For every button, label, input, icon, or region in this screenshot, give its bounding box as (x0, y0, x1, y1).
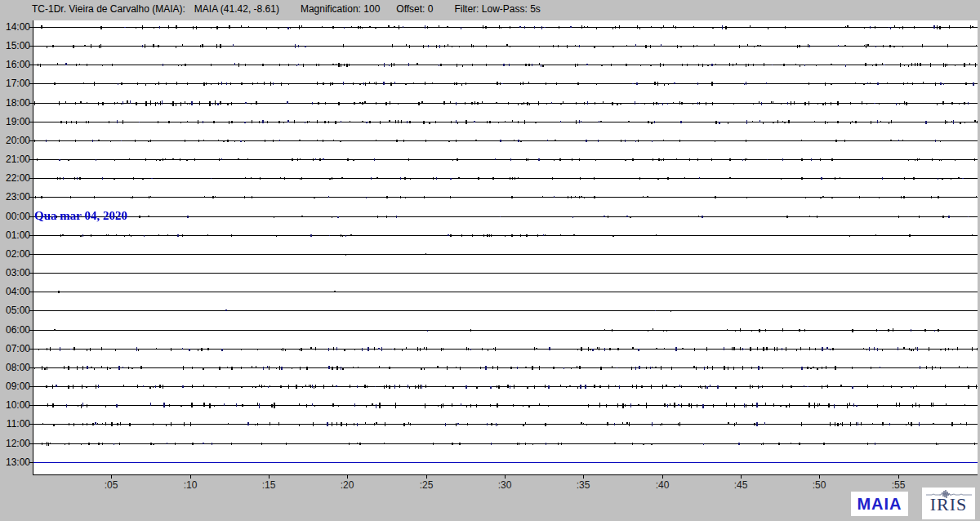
hour-label: 18:00 (0, 98, 30, 108)
hour-label: 04:00 (0, 287, 30, 296)
hour-label: 20:00 (0, 136, 30, 145)
minute-tick-label: :20 (341, 479, 354, 491)
hour-tick-mark (29, 197, 33, 198)
minute-tick-label: :15 (262, 479, 276, 491)
hour-label: 14:00 (0, 22, 30, 32)
filter-value: Filter: Low-Pass: 5s (454, 3, 540, 15)
minute-tick-mark (662, 475, 663, 479)
station-badge-label: MAIA (857, 495, 902, 514)
hour-label: 19:00 (0, 117, 30, 127)
station-coordinates: MAIA (41.42, -8.61) (194, 3, 279, 15)
iris-logo-label: IRIS (930, 496, 968, 514)
seismogram-app-window: { "header": { "station_title": "TC-1Dr. … (0, 0, 980, 521)
hour-label: 17:00 (0, 78, 30, 88)
minute-tick-label: :55 (892, 479, 906, 491)
hour-tick-mark (29, 330, 33, 331)
magnification-value: Magnification: 100 (301, 3, 380, 15)
seismogram-traces-canvas[interactable] (33, 20, 978, 474)
minute-tick-label: :30 (498, 479, 512, 491)
minute-tick-mark (741, 475, 742, 479)
hour-tick-mark (29, 46, 33, 47)
hour-label: 07:00 (0, 344, 30, 354)
hour-tick-mark (29, 443, 33, 444)
hour-label: 23:00 (0, 192, 30, 202)
hour-tick-mark (29, 216, 33, 217)
minute-tick-mark (505, 475, 506, 479)
hour-tick-mark (29, 405, 33, 406)
hour-tick-mark (29, 178, 33, 179)
minute-tick-mark (190, 475, 191, 479)
minute-tick-label: :45 (734, 479, 748, 491)
minute-tick-mark (426, 475, 427, 479)
hour-label: 01:00 (0, 230, 30, 240)
minute-tick-label: :10 (184, 479, 198, 491)
hour-label: 12:00 (0, 439, 30, 448)
offset-value: Offset: 0 (396, 3, 433, 15)
minute-tick-label: :05 (105, 479, 118, 491)
hour-tick-mark (29, 83, 33, 84)
minute-tick-label: :40 (656, 479, 670, 491)
hour-label: 16:00 (0, 60, 30, 69)
hour-tick-mark (29, 349, 33, 350)
station-badge[interactable]: MAIA (851, 492, 908, 516)
hour-tick-mark (29, 235, 33, 236)
hour-tick-mark (29, 424, 33, 425)
hour-label: 06:00 (0, 325, 30, 335)
hour-tick-mark (29, 367, 33, 368)
minute-tick-mark (583, 475, 584, 479)
hour-tick-mark (29, 386, 33, 387)
hour-tick-mark (29, 254, 33, 255)
minute-tick-label: :50 (813, 479, 826, 491)
hour-tick-mark (29, 140, 33, 141)
hour-label: 22:00 (0, 173, 30, 183)
hour-tick-mark (29, 462, 33, 463)
hour-tick-mark (29, 310, 33, 311)
hour-label: 09:00 (0, 381, 30, 391)
minute-tick-mark (269, 475, 270, 479)
hour-label: 11:00 (0, 419, 30, 429)
hour-label: 13:00 (0, 457, 30, 467)
helicorder-plot-area[interactable] (33, 20, 978, 475)
station-title: TC-1Dr. Vieira de Carvalho (MAIA): (32, 3, 185, 15)
hour-tick-mark (29, 122, 33, 122)
hour-tick-mark (29, 159, 33, 160)
hour-label: 00:00 (0, 212, 30, 221)
hour-label: 03:00 (0, 268, 30, 278)
minute-tick-mark (347, 475, 348, 479)
header-status-bar: TC-1Dr. Vieira de Carvalho (MAIA): MAIA … (32, 2, 541, 16)
hour-tick-mark (29, 65, 33, 65)
date-annotation: Qua mar 04, 2020 (34, 209, 127, 223)
hour-tick-mark (29, 103, 33, 104)
hour-label: 10:00 (0, 400, 30, 410)
hour-label: 05:00 (0, 305, 30, 315)
hour-label: 08:00 (0, 363, 30, 372)
minute-tick-mark (111, 475, 112, 479)
hour-label: 21:00 (0, 154, 30, 164)
hour-label: 02:00 (0, 249, 30, 259)
minute-tick-label: :35 (577, 479, 590, 491)
minute-tick-mark (819, 475, 820, 479)
hour-tick-mark (29, 27, 33, 28)
hour-tick-mark (29, 292, 33, 292)
hour-label: 15:00 (0, 41, 30, 51)
minute-tick-label: :25 (420, 479, 434, 491)
iris-logo[interactable]: IRIS (922, 488, 975, 519)
hour-tick-mark (29, 273, 33, 274)
minute-tick-mark (898, 475, 899, 479)
